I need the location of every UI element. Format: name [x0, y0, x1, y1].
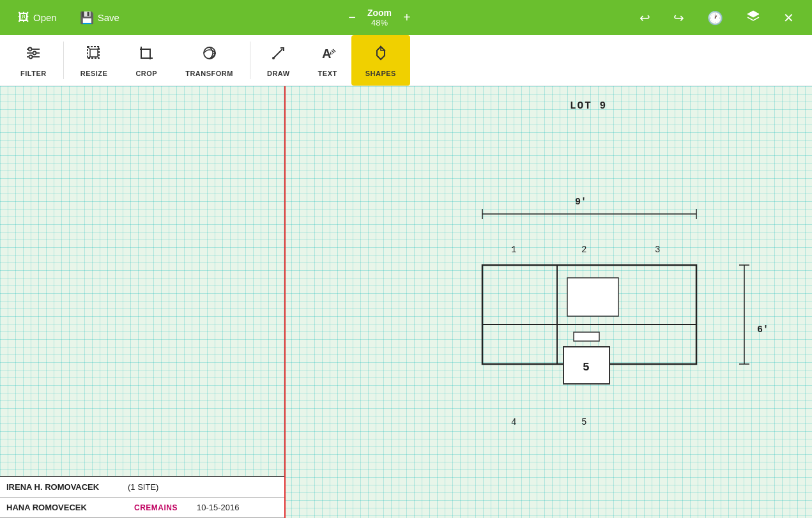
save-label: Save	[98, 12, 119, 23]
zoom-value: 48%	[367, 18, 392, 27]
history-button[interactable]: 🕐	[702, 8, 728, 28]
divider-2	[250, 42, 250, 79]
text-label: TEXT	[318, 70, 337, 77]
zoom-in-button[interactable]: +	[398, 8, 416, 27]
svg-point-5	[33, 51, 36, 54]
transform-label: TRANSFORM	[185, 70, 233, 77]
draw-tool[interactable]: DRAW	[253, 35, 304, 86]
svg-text:4: 4	[511, 417, 516, 427]
crop-icon	[137, 44, 155, 66]
shapes-label: SHAPES	[365, 70, 396, 77]
info-row-1: IRENA H. ROMOVACEK (1 SITE)	[0, 477, 284, 498]
svg-text:5: 5	[581, 417, 586, 427]
crop-tool[interactable]: CROP	[121, 35, 171, 86]
svg-text:1: 1	[511, 245, 516, 255]
topbar-right: ↩ ↪ 🕐 ✕	[634, 6, 799, 29]
drawing-svg: LOT 9 9' 1 2 3 5 6' 4 5	[0, 86, 812, 518]
svg-point-4	[29, 47, 32, 50]
zoom-label: Zoom	[367, 8, 392, 18]
open-icon: 🖼	[18, 11, 29, 24]
burial-type-badge: CREMAINS	[134, 503, 178, 512]
shapes-icon	[372, 44, 390, 66]
svg-line-22	[333, 49, 335, 52]
transform-tool[interactable]: TRANSFORM	[171, 35, 247, 86]
svg-text:9': 9'	[575, 197, 586, 208]
svg-line-18	[273, 49, 282, 58]
svg-text:5: 5	[583, 361, 590, 374]
zoom-controls: − Zoom 48% +	[343, 8, 415, 27]
burial-date: 10-15-2016	[197, 503, 240, 512]
resize-tool[interactable]: RESIZE	[66, 35, 122, 86]
filter-tool[interactable]: FILTER	[6, 35, 61, 86]
draw-icon	[270, 44, 287, 66]
undo-button[interactable]: ↩	[634, 8, 655, 28]
resize-icon	[85, 44, 103, 66]
svg-line-21	[332, 50, 334, 53]
canvas-area[interactable]: LOT 9 9' 1 2 3 5 6' 4 5 IRE	[0, 86, 812, 518]
zoom-out-button[interactable]: −	[343, 8, 361, 27]
svg-rect-37	[574, 332, 599, 341]
svg-text:3: 3	[655, 245, 660, 255]
svg-text:A: A	[322, 47, 331, 61]
redo-button[interactable]: ↪	[668, 8, 689, 28]
text-tool[interactable]: A TEXT	[304, 35, 351, 86]
svg-marker-24	[381, 47, 385, 50]
save-button[interactable]: 💾 Save	[75, 8, 125, 27]
draw-label: DRAW	[267, 70, 290, 77]
topbar-left: 🖼 Open 💾 Save	[13, 8, 125, 27]
svg-rect-8	[90, 49, 98, 57]
owner-name: IRENA H. ROMOVACEK	[6, 482, 121, 492]
open-button[interactable]: 🖼 Open	[13, 8, 62, 27]
close-button[interactable]: ✕	[778, 8, 799, 28]
deceased-name: HANA ROMOVECEK	[6, 503, 121, 512]
layers-icon	[746, 9, 760, 23]
shapes-tool[interactable]: SHAPES	[351, 35, 410, 86]
main-toolbar: FILTER RESIZE CROP	[0, 35, 812, 86]
crop-label: CROP	[135, 70, 157, 77]
svg-point-17	[204, 47, 215, 59]
svg-text:2: 2	[581, 245, 586, 255]
transform-icon	[201, 44, 218, 66]
divider-1	[63, 42, 64, 79]
open-label: Open	[33, 12, 57, 23]
site-detail: (1 SITE)	[128, 482, 158, 492]
svg-point-19	[272, 57, 275, 59]
text-icon: A	[319, 44, 337, 66]
svg-point-6	[29, 55, 33, 58]
svg-text:LOT 9: LOT 9	[570, 100, 607, 112]
info-panel: IRENA H. ROMOVACEK (1 SITE) HANA ROMOVEC…	[0, 476, 284, 518]
resize-label: RESIZE	[80, 70, 108, 77]
layers-button[interactable]	[741, 6, 765, 29]
svg-rect-36	[567, 278, 618, 316]
info-row-2: HANA ROMOVECEK CREMAINS 10-15-2016	[0, 498, 284, 518]
save-icon: 💾	[80, 11, 94, 25]
svg-marker-0	[747, 11, 759, 17]
top-toolbar: 🖼 Open 💾 Save − Zoom 48% + ↩ ↪ 🕐 ✕	[0, 0, 812, 35]
filter-label: FILTER	[20, 70, 47, 77]
svg-text:6': 6'	[757, 324, 769, 335]
filter-icon	[24, 44, 42, 66]
